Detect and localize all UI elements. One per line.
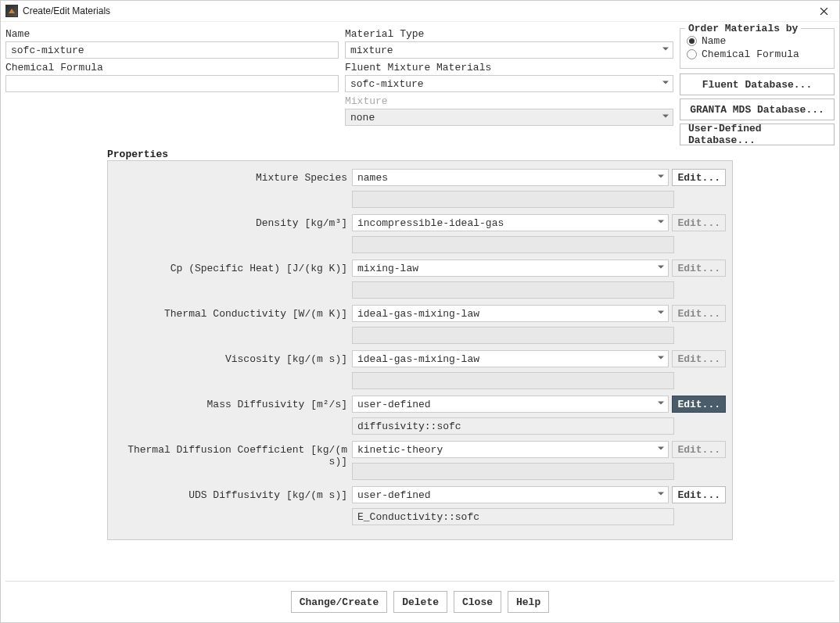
prop-edit-massdiff[interactable]: Edit... (672, 396, 726, 413)
change-create-button[interactable]: Change/Create (291, 591, 387, 613)
prop-edit-species[interactable]: Edit... (672, 169, 726, 186)
close-button[interactable]: Close (454, 591, 501, 613)
prop-extra-massdiff: diffusivity::sofc (352, 417, 674, 435)
prop-edit-visc: Edit... (672, 350, 726, 367)
fluent-mixture-select[interactable]: sofc-mixture (345, 75, 673, 92)
close-window-button[interactable] (813, 2, 835, 20)
titlebar: Create/Edit Materials (1, 1, 839, 22)
prop-select-visc[interactable]: ideal-gas-mixing-law (352, 350, 669, 367)
prop-label-udsdiff: UDS Diffusivity [kg/(m s)] (114, 486, 352, 501)
radio-icon (687, 36, 697, 46)
user-defined-database-button[interactable]: User-Defined Database... (680, 124, 835, 145)
prop-extra-visc (352, 372, 674, 389)
footer: Change/Create Delete Close Help (5, 582, 835, 622)
prop-label-density: Density [kg/m³] (114, 214, 352, 229)
order-by-group: Order Materials by Name Chemical Formula (680, 28, 835, 69)
prop-select-massdiff[interactable]: user-defined (352, 396, 669, 413)
help-button[interactable]: Help (508, 591, 549, 613)
prop-select-thermcond[interactable]: ideal-gas-mixing-law (352, 305, 669, 322)
prop-edit-density: Edit... (672, 214, 726, 231)
prop-extra-species (352, 191, 674, 208)
prop-edit-cp: Edit... (672, 260, 726, 277)
chevron-down-icon (657, 308, 665, 320)
close-icon (820, 7, 828, 16)
order-by-legend: Order Materials by (685, 23, 801, 34)
chevron-down-icon (657, 263, 665, 274)
prop-select-udsdiff[interactable]: user-defined (352, 486, 669, 503)
prop-label-cp: Cp (Specific Heat) [J/(kg K)] (114, 260, 352, 274)
prop-edit-thermcond: Edit... (672, 305, 726, 322)
prop-select-thermdiff[interactable]: kinetic-theory (352, 441, 669, 458)
prop-label-massdiff: Mass Diffusivity [m²/s] (114, 396, 352, 410)
prop-extra-udsdiff: E_Conductivity::sofc (352, 508, 674, 525)
order-by-formula-radio[interactable]: Chemical Formula (687, 48, 827, 60)
prop-extra-thermdiff (352, 463, 674, 480)
chevron-down-icon (657, 399, 665, 410)
prop-extra-cp (352, 281, 674, 299)
material-type-label: Material Type (345, 28, 673, 40)
fluent-mixture-label: Fluent Mixture Materials (345, 62, 673, 73)
prop-edit-udsdiff[interactable]: Edit... (672, 486, 726, 503)
prop-label-visc: Viscosity [kg/(m s)] (114, 350, 352, 365)
prop-extra-density (352, 236, 674, 253)
prop-extra-thermcond (352, 327, 674, 344)
material-type-select[interactable]: mixture (345, 41, 673, 59)
app-icon (5, 5, 18, 17)
prop-select-density[interactable]: incompressible-ideal-gas (352, 214, 669, 231)
granta-database-button[interactable]: GRANTA MDS Database... (680, 98, 835, 120)
delete-button[interactable]: Delete (393, 591, 447, 613)
prop-label-species: Mixture Species (114, 169, 352, 184)
properties-box: Mixture Species names Edit... (107, 160, 733, 540)
name-label: Name (5, 28, 339, 40)
formula-label: Chemical Formula (5, 62, 339, 73)
chevron-down-icon (657, 353, 665, 365)
prop-select-cp[interactable]: mixing-law (352, 260, 669, 277)
dialog-window: Create/Edit Materials Name sofc-mixture … (0, 0, 840, 623)
mixture-label: Mixture (345, 95, 673, 107)
fluent-database-button[interactable]: Fluent Database... (680, 73, 835, 95)
radio-icon (687, 49, 697, 59)
chevron-down-icon (657, 172, 665, 184)
chevron-down-icon (657, 217, 665, 229)
chevron-down-icon (662, 45, 669, 56)
order-by-name-radio[interactable]: Name (687, 35, 827, 47)
prop-label-thermdiff: Thermal Diffusion Coefficient [kg/(m s)] (114, 441, 352, 467)
properties-legend: Properties (107, 149, 835, 160)
name-input[interactable]: sofc-mixture (5, 41, 339, 59)
prop-select-species[interactable]: names (352, 169, 669, 186)
chevron-down-icon (662, 112, 669, 124)
formula-input[interactable] (5, 75, 339, 92)
window-title: Create/Edit Materials (23, 5, 110, 16)
chevron-down-icon (657, 444, 665, 456)
chevron-down-icon (662, 78, 669, 90)
prop-edit-thermdiff: Edit... (672, 441, 726, 458)
chevron-down-icon (657, 489, 665, 501)
mixture-select: none (345, 109, 673, 126)
prop-label-thermcond: Thermal Conductivity [W/(m K)] (114, 305, 352, 320)
